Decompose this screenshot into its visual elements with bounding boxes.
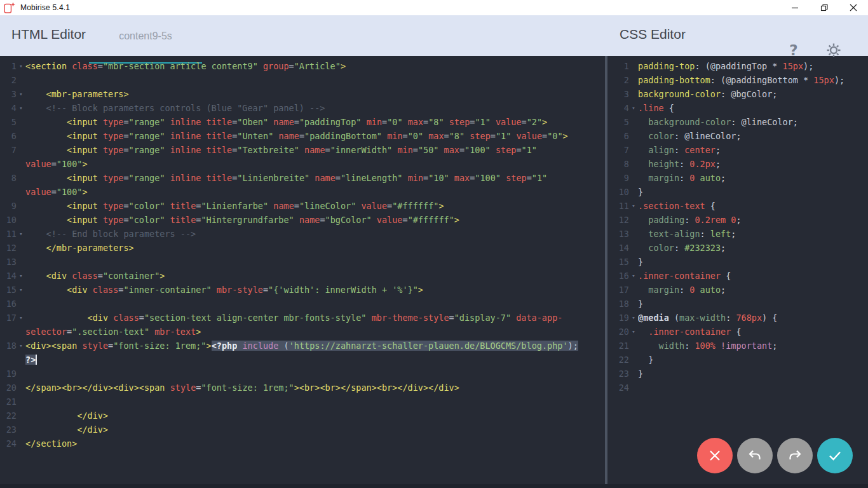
- undo-arrow-icon: [747, 447, 763, 464]
- code-line[interactable]: 21: [0, 395, 605, 409]
- line-number: 17: [613, 283, 629, 297]
- line-number: 15: [0, 283, 17, 297]
- code-line[interactable]: 14▾ <div class="container">: [0, 269, 605, 283]
- code-line[interactable]: 10}: [613, 185, 868, 199]
- fold-arrow-icon[interactable]: ▾: [17, 87, 25, 101]
- code-line[interactable]: 1padding-top: (@paddingTop * 15px);: [613, 59, 868, 73]
- line-number: 5: [613, 115, 629, 129]
- undo-button[interactable]: [737, 438, 773, 473]
- text-cursor: [36, 355, 37, 365]
- code-line[interactable]: 24</section>: [0, 437, 605, 451]
- css-editor-title: CSS Editor: [620, 27, 686, 42]
- line-number: 11: [0, 227, 17, 241]
- line-number: 20: [613, 325, 629, 339]
- fold-arrow-icon[interactable]: ▾: [629, 101, 638, 115]
- code-line[interactable]: 19: [0, 367, 605, 381]
- code-line[interactable]: 11▾.section-text {: [613, 199, 868, 213]
- code-line[interactable]: 9 margin: 0 auto;: [613, 171, 868, 185]
- code-line[interactable]: 4▾ <!-- Block parameters controls (Blue …: [0, 101, 605, 115]
- code-line[interactable]: value="100">: [0, 157, 605, 171]
- line-number: 6: [613, 129, 629, 143]
- fold-arrow-icon[interactable]: ▾: [17, 283, 25, 297]
- code-line[interactable]: 12 </mbr-parameters>: [0, 241, 605, 255]
- line-number: 18: [0, 339, 17, 353]
- code-line[interactable]: 1▾<section class="mbr-section article co…: [0, 59, 605, 73]
- code-line[interactable]: 16▾.inner-container {: [613, 269, 868, 283]
- fold-arrow-icon[interactable]: ▾: [629, 199, 638, 213]
- code-line[interactable]: selector=".section-text" mbr-text>: [0, 325, 605, 339]
- code-line[interactable]: 7 align: center;: [613, 143, 868, 157]
- fold-arrow-icon[interactable]: ▾: [629, 311, 638, 325]
- code-line[interactable]: 9 <input type="color" title="Linienfarbe…: [0, 199, 605, 213]
- code-line[interactable]: 6 <input type="range" inline title="Unte…: [0, 129, 605, 143]
- confirm-button[interactable]: [817, 438, 853, 473]
- restore-button[interactable]: [810, 0, 839, 15]
- code-line[interactable]: 20▾ .inner-container {: [613, 325, 868, 339]
- line-number: 12: [613, 213, 629, 227]
- fold-gutter: [17, 255, 25, 269]
- fold-arrow-icon[interactable]: ▾: [17, 311, 25, 325]
- fold-gutter: [629, 255, 638, 269]
- code-line[interactable]: 17 margin: 0 auto;: [613, 283, 868, 297]
- code-line[interactable]: 11▾ <!-- End block parameters -->: [0, 227, 605, 241]
- code-line[interactable]: value="100">: [0, 185, 605, 199]
- fold-arrow-icon[interactable]: ▾: [17, 59, 25, 73]
- code-line[interactable]: 24: [613, 381, 868, 395]
- code-line[interactable]: 14 color: #232323;: [613, 241, 868, 255]
- fold-arrow-icon[interactable]: ▾: [17, 227, 25, 241]
- code-line[interactable]: 23}: [613, 367, 868, 381]
- code-line[interactable]: ?>: [0, 353, 605, 367]
- fold-arrow-icon[interactable]: ▾: [17, 101, 25, 115]
- code-line[interactable]: 8 height: 0.2px;: [613, 157, 868, 171]
- line-number: 7: [613, 143, 629, 157]
- code-line[interactable]: 3background-color: @bgColor;: [613, 87, 868, 101]
- code-line[interactable]: 5 background-color: @lineColor;: [613, 115, 868, 129]
- code-line[interactable]: 16: [0, 297, 605, 311]
- code-line[interactable]: 22 </div>: [0, 409, 605, 423]
- code-line[interactable]: 20</span><br></div><div><span style="fon…: [0, 381, 605, 395]
- code-line[interactable]: 19▾@media (max-width: 768px) {: [613, 311, 868, 325]
- code-line[interactable]: 17▾ <div class="section-text align-cente…: [0, 311, 605, 325]
- code-line[interactable]: 8 <input type="range" inline title="Lini…: [0, 171, 605, 185]
- code-line[interactable]: 3▾ <mbr-parameters>: [0, 87, 605, 101]
- fold-arrow-icon[interactable]: ▾: [629, 269, 638, 283]
- code-line[interactable]: 6 color: @lineColor;: [613, 129, 868, 143]
- fold-gutter: [17, 129, 25, 143]
- horizontal-scrollbar-track[interactable]: [0, 484, 868, 488]
- line-number: 10: [613, 185, 629, 199]
- code-line[interactable]: 23 </div>: [0, 423, 605, 437]
- fold-arrow-icon[interactable]: ▾: [17, 339, 25, 353]
- code-line[interactable]: 22 }: [613, 353, 868, 367]
- code-line[interactable]: 15▾ <div class="inner-container" mbr-sty…: [0, 283, 605, 297]
- code-line[interactable]: 4▾.line {: [613, 101, 868, 115]
- fold-gutter: [17, 213, 25, 227]
- code-line[interactable]: 5 <input type="range" inline title="Oben…: [0, 115, 605, 129]
- fold-arrow-icon[interactable]: ▾: [629, 325, 638, 339]
- code-line[interactable]: 7 <input type="range" inline title="Text…: [0, 143, 605, 157]
- cancel-button[interactable]: [697, 438, 733, 473]
- code-line[interactable]: 21 width: 100% !important;: [613, 339, 868, 353]
- fold-gutter: [17, 409, 25, 423]
- code-line[interactable]: 2padding-bottom: (@paddingBottom * 15px)…: [613, 73, 868, 87]
- code-line[interactable]: 15}: [613, 255, 868, 269]
- line-number: 21: [0, 395, 17, 409]
- line-number: 10: [0, 213, 17, 227]
- code-line[interactable]: 12 padding: 0.2rem 0;: [613, 213, 868, 227]
- code-line[interactable]: 13: [0, 255, 605, 269]
- line-number: 21: [613, 339, 629, 353]
- code-line[interactable]: 18▾<div><span style="font-size: 1rem;"><…: [0, 339, 605, 353]
- code-line[interactable]: 13 text-align: left;: [613, 227, 868, 241]
- fold-gutter: [629, 283, 638, 297]
- code-line[interactable]: 2: [0, 73, 605, 87]
- minimize-button[interactable]: [780, 0, 810, 15]
- css-editor-pane[interactable]: 1padding-top: (@paddingTop * 15px);2padd…: [607, 56, 868, 488]
- code-line[interactable]: 10 <input type="color" title="Hintergrun…: [0, 213, 605, 227]
- tab-content9-5s[interactable]: content9-5s: [89, 15, 202, 56]
- fold-gutter: [17, 241, 25, 255]
- fold-arrow-icon[interactable]: ▾: [17, 269, 25, 283]
- redo-button[interactable]: [777, 438, 813, 473]
- code-line[interactable]: 18}: [613, 297, 868, 311]
- check-icon: [827, 447, 843, 464]
- html-editor-pane[interactable]: 1▾<section class="mbr-section article co…: [0, 56, 605, 488]
- close-button[interactable]: [839, 0, 868, 15]
